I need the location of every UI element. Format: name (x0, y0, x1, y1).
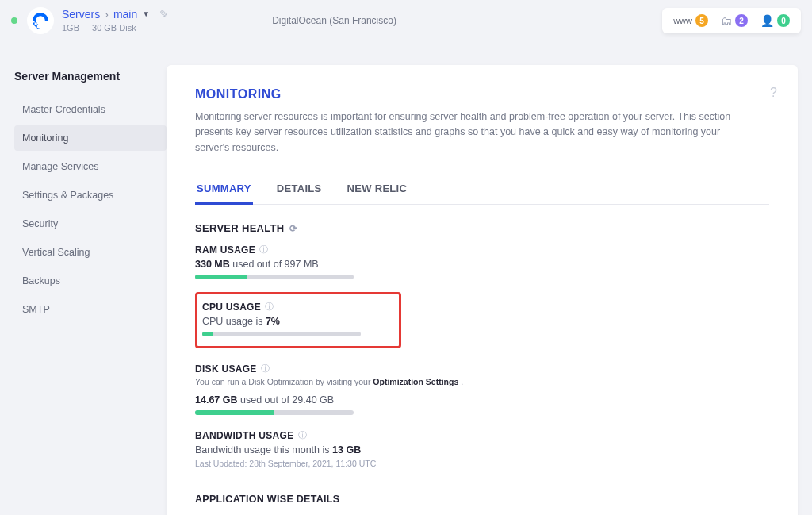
disk-total-text: used out of 29.40 GB (240, 394, 334, 405)
cpu-value: 7% (266, 316, 280, 327)
server-disk-spec: 30 GB Disk (92, 23, 136, 33)
chevron-down-icon[interactable]: ▼ (142, 10, 150, 19)
disk-used-value: 14.67 GB (195, 394, 238, 405)
info-icon[interactable]: ⓘ (261, 363, 270, 375)
sidebar-item-monitoring[interactable]: Monitoring (14, 125, 167, 151)
bandwidth-block: BANDWIDTH USAGE ⓘ Bandwidth usage this m… (195, 429, 769, 468)
cpu-usage-label: CPU USAGE (202, 302, 261, 313)
info-icon[interactable]: ⓘ (265, 301, 274, 313)
server-health-heading: SERVER HEALTH ⟳ (195, 222, 769, 234)
status-dot-icon (11, 17, 17, 24)
tab-summary[interactable]: SUMMARY (195, 175, 253, 205)
sidebar-item-vertical-scaling[interactable]: Vertical Scaling (14, 240, 167, 265)
sidebar-item-settings-packages[interactable]: Settings & Packages (14, 183, 167, 208)
cpu-usage-text: CPU usage is 7% (202, 316, 391, 327)
sidebar-item-manage-services[interactable]: Manage Services (14, 154, 167, 179)
digitalocean-icon (31, 11, 50, 30)
ram-bar (195, 275, 354, 279)
ram-used-value: 330 MB (195, 259, 230, 270)
sidebar: Server Management Master Credentials Mon… (14, 41, 167, 515)
page-title: MONITORING (195, 87, 769, 102)
edit-icon[interactable]: ✎ (159, 8, 169, 21)
ram-usage-text: 330 MB used out of 997 MB (195, 259, 769, 270)
disk-hint-text: You can run a Disk Optimization by visit… (195, 377, 370, 386)
tabs: SUMMARY DETAILS NEW RELIC (195, 175, 769, 205)
tab-details[interactable]: DETAILS (275, 175, 324, 204)
sidebar-item-security[interactable]: Security (14, 211, 167, 236)
server-health-label: SERVER HEALTH (195, 222, 285, 234)
disk-usage-block: DISK USAGE ⓘ You can run a Disk Optimiza… (195, 363, 769, 415)
stat-projects[interactable]: 🗂 2 (721, 14, 748, 27)
tab-new-relic[interactable]: NEW RELIC (346, 175, 409, 204)
refresh-icon[interactable]: ⟳ (289, 223, 297, 234)
top-bar: Servers › main ▼ ✎ 1GB 30 GB Disk Digita… (0, 0, 812, 41)
provider-logo (27, 7, 54, 34)
server-ram-spec: 1GB (62, 23, 79, 33)
optimization-settings-link[interactable]: Optimization Settings (373, 377, 458, 386)
stat-apps[interactable]: www 5 (673, 14, 708, 27)
sidebar-item-backups[interactable]: Backups (14, 268, 167, 294)
cpu-bar (202, 332, 361, 336)
sidebar-title: Server Management (14, 70, 167, 83)
cpu-highlight-box: CPU USAGE ⓘ CPU usage is 7% (195, 292, 401, 348)
www-label: www (673, 16, 692, 25)
help-icon[interactable]: ? (770, 86, 777, 100)
breadcrumb-current[interactable]: main (113, 8, 137, 21)
folder-icon: 🗂 (721, 14, 732, 27)
bandwidth-updated: Last Updated: 28th September, 2021, 11:3… (195, 459, 769, 468)
disk-usage-title: DISK USAGE ⓘ (195, 363, 769, 375)
disk-usage-label: DISK USAGE (195, 363, 257, 375)
info-icon[interactable]: ⓘ (298, 429, 307, 441)
apps-count-badge: 5 (695, 14, 708, 27)
stat-users[interactable]: 👤 0 (760, 14, 790, 27)
bandwidth-text-prefix: Bandwidth usage this month is (195, 444, 330, 455)
main-panel: ? MONITORING Monitoring server resources… (167, 65, 798, 515)
sidebar-item-smtp[interactable]: SMTP (14, 297, 167, 322)
cpu-text-prefix: CPU usage is (202, 316, 262, 327)
users-count-badge: 0 (777, 14, 790, 27)
info-icon[interactable]: ⓘ (259, 244, 268, 256)
cpu-bar-fill (202, 332, 213, 336)
quick-stats: www 5 🗂 2 👤 0 (662, 8, 801, 33)
ram-bar-fill (195, 275, 247, 279)
disk-bar (195, 410, 354, 415)
projects-count-badge: 2 (735, 14, 748, 27)
bandwidth-value: 13 GB (332, 444, 361, 455)
bandwidth-label: BANDWIDTH USAGE (195, 430, 294, 441)
disk-bar-fill (195, 410, 274, 415)
provider-label: DigitalOcean (San Francisco) (272, 15, 396, 26)
bandwidth-text: Bandwidth usage this month is 13 GB (195, 444, 769, 455)
ram-usage-label: RAM USAGE (195, 244, 255, 256)
breadcrumb-root[interactable]: Servers (62, 8, 100, 21)
ram-total-text: used out of 997 MB (232, 259, 318, 270)
disk-usage-text: 14.67 GB used out of 29.40 GB (195, 394, 769, 405)
cpu-usage-title: CPU USAGE ⓘ (202, 301, 391, 313)
sidebar-item-master-credentials[interactable]: Master Credentials (14, 97, 167, 122)
ram-usage-title: RAM USAGE ⓘ (195, 244, 769, 256)
bandwidth-title: BANDWIDTH USAGE ⓘ (195, 429, 769, 441)
app-wise-details-heading: APPLICATION WISE DETAILS (195, 494, 769, 505)
breadcrumb: Servers › main ▼ ✎ 1GB 30 GB Disk (62, 8, 169, 33)
user-icon: 👤 (760, 14, 774, 27)
disk-hint: You can run a Disk Optimization by visit… (195, 377, 769, 386)
page-description: Monitoring server resources is important… (195, 110, 742, 156)
chevron-right-icon: › (105, 8, 109, 21)
